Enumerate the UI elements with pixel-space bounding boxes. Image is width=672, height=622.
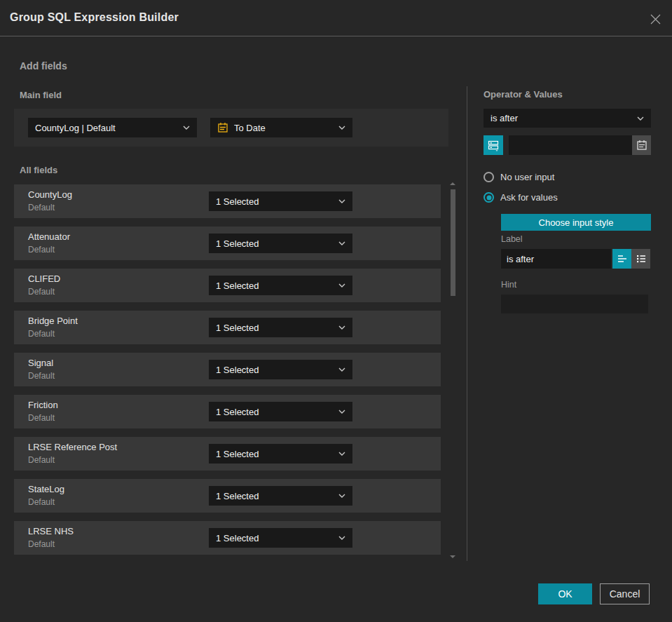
field-row-statelog: StateLog Default 1 Selected bbox=[14, 479, 441, 513]
field-row-countylog: CountyLog Default 1 Selected bbox=[14, 184, 441, 218]
field-row-lrse-nhs: LRSE NHS Default 1 Selected bbox=[14, 521, 441, 555]
field-selection-select[interactable]: 1 Selected bbox=[209, 276, 352, 295]
label-input[interactable] bbox=[501, 249, 611, 269]
field-selection-select[interactable]: 1 Selected bbox=[209, 191, 352, 211]
field-row-signal: Signal Default 1 Selected bbox=[14, 353, 441, 386]
field-selection-select[interactable]: 1 Selected bbox=[209, 486, 352, 506]
all-fields-heading: All fields bbox=[20, 165, 57, 175]
chevron-down-icon bbox=[338, 410, 345, 414]
ask-for-values-label: Ask for values bbox=[500, 192, 558, 203]
hint-field-label: Hint bbox=[501, 280, 516, 290]
close-icon[interactable] bbox=[648, 12, 662, 26]
list-input-style-button[interactable] bbox=[631, 249, 650, 269]
value-source-button[interactable] bbox=[484, 135, 503, 155]
field-subtitle: Default bbox=[28, 203, 55, 212]
add-fields-heading: Add fields bbox=[20, 60, 67, 72]
stored-values-icon bbox=[487, 139, 500, 151]
field-row-attenuator: Attenuator Default 1 Selected bbox=[14, 227, 441, 260]
main-field-heading: Main field bbox=[20, 90, 62, 100]
selection-value: 1 Selected bbox=[216, 491, 333, 501]
dialog-titlebar: Group SQL Expression Builder bbox=[0, 0, 672, 36]
main-field-type-select[interactable]: To Date bbox=[210, 118, 352, 137]
field-subtitle: Default bbox=[28, 497, 55, 507]
panel-divider bbox=[467, 86, 467, 561]
field-name: LRSE NHS bbox=[28, 526, 74, 536]
selection-value: 1 Selected bbox=[216, 280, 333, 291]
operator-select[interactable]: is after bbox=[484, 109, 651, 128]
calendar-icon bbox=[636, 140, 647, 151]
operator-values-heading: Operator & Values bbox=[484, 89, 563, 100]
selection-value: 1 Selected bbox=[216, 365, 333, 375]
cancel-button[interactable]: Cancel bbox=[600, 583, 650, 604]
text-input-style-button[interactable] bbox=[612, 249, 631, 269]
field-row-bridge-point: Bridge Point Default 1 Selected bbox=[14, 311, 441, 344]
no-user-input-radio[interactable]: No user input bbox=[484, 172, 554, 182]
field-subtitle: Default bbox=[28, 287, 55, 297]
align-left-icon bbox=[617, 255, 627, 263]
field-subtitle: Default bbox=[28, 455, 55, 465]
chevron-down-icon bbox=[338, 126, 345, 130]
field-subtitle: Default bbox=[28, 539, 55, 549]
radio-checked-icon bbox=[484, 192, 494, 203]
selection-value: 1 Selected bbox=[216, 533, 333, 543]
chevron-down-icon bbox=[338, 452, 345, 456]
chevron-down-icon bbox=[338, 494, 345, 498]
choose-input-style-button[interactable]: Choose input style bbox=[501, 214, 651, 231]
chevron-down-icon bbox=[338, 283, 345, 288]
selection-value: 1 Selected bbox=[216, 407, 333, 417]
field-selection-select[interactable]: 1 Selected bbox=[209, 402, 352, 421]
field-selection-select[interactable]: 1 Selected bbox=[209, 528, 352, 548]
field-name: CLIFED bbox=[28, 273, 60, 284]
ok-button[interactable]: OK bbox=[538, 583, 592, 604]
field-name: StateLog bbox=[28, 484, 64, 494]
no-user-input-label: No user input bbox=[500, 172, 554, 182]
scrollbar-up-arrow-icon[interactable] bbox=[450, 182, 455, 185]
list-icon bbox=[636, 255, 646, 263]
main-field-select[interactable]: CountyLog | Default bbox=[28, 118, 197, 137]
selection-value: 1 Selected bbox=[216, 449, 333, 459]
scrollbar-thumb[interactable] bbox=[451, 189, 455, 296]
chevron-down-icon bbox=[338, 367, 345, 372]
ask-for-values-radio[interactable]: Ask for values bbox=[484, 192, 558, 203]
input-style-toggle bbox=[612, 249, 650, 269]
label-field-label: Label bbox=[501, 234, 523, 244]
field-subtitle: Default bbox=[28, 413, 55, 423]
field-selection-select[interactable]: 1 Selected bbox=[209, 360, 352, 379]
hint-input[interactable] bbox=[501, 295, 648, 313]
main-field-select-value: CountyLog | Default bbox=[35, 123, 177, 133]
chevron-down-icon bbox=[338, 241, 345, 245]
field-name: CountyLog bbox=[28, 189, 72, 200]
field-name: Attenuator bbox=[28, 231, 70, 242]
value-input[interactable] bbox=[509, 135, 632, 155]
chevron-down-icon bbox=[183, 126, 190, 130]
selection-value: 1 Selected bbox=[216, 238, 333, 249]
calendar-icon bbox=[217, 122, 228, 133]
field-subtitle: Default bbox=[28, 245, 55, 255]
field-subtitle: Default bbox=[28, 371, 55, 381]
chevron-down-icon bbox=[637, 116, 644, 121]
field-name: Friction bbox=[28, 400, 58, 410]
field-selection-select[interactable]: 1 Selected bbox=[209, 234, 352, 253]
field-name: Signal bbox=[28, 358, 53, 368]
chevron-down-icon bbox=[338, 536, 345, 540]
field-name: LRSE Reference Post bbox=[28, 442, 117, 452]
field-row-lrse-reference-post: LRSE Reference Post Default 1 Selected bbox=[14, 437, 441, 471]
chevron-down-icon bbox=[338, 325, 345, 330]
field-row-clifed: CLIFED Default 1 Selected bbox=[14, 269, 441, 302]
field-selection-select[interactable]: 1 Selected bbox=[209, 318, 352, 337]
radio-unchecked-icon bbox=[484, 172, 494, 182]
field-selection-select[interactable]: 1 Selected bbox=[209, 444, 352, 464]
field-name: Bridge Point bbox=[28, 316, 78, 326]
field-subtitle: Default bbox=[28, 329, 55, 339]
chevron-down-icon bbox=[338, 199, 345, 203]
operator-select-value: is after bbox=[491, 113, 631, 123]
selection-value: 1 Selected bbox=[216, 323, 333, 333]
dialog-title: Group SQL Expression Builder bbox=[10, 11, 179, 24]
main-field-type-value: To Date bbox=[234, 123, 333, 133]
field-row-friction: Friction Default 1 Selected bbox=[14, 395, 441, 428]
date-picker-button[interactable] bbox=[632, 135, 651, 155]
scrollbar-down-arrow-icon[interactable] bbox=[450, 555, 455, 558]
selection-value: 1 Selected bbox=[216, 196, 333, 207]
